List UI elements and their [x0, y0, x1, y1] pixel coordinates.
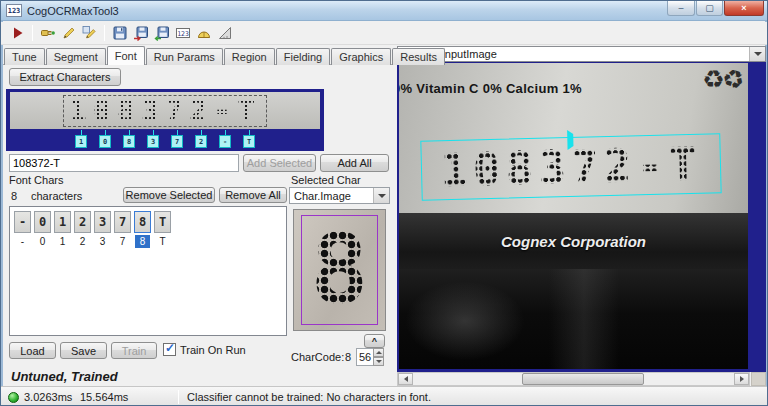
- status-message: Classifier cannot be trained: No charact…: [187, 391, 431, 403]
- tab-results[interactable]: Results: [392, 48, 445, 65]
- floppy-export-icon[interactable]: [151, 23, 172, 43]
- add-all-button[interactable]: Add All: [320, 154, 389, 172]
- window-controls: – ▢ ×: [666, 1, 764, 16]
- scrollbar-corner: [751, 372, 766, 386]
- edit-pencil-icon[interactable]: [58, 23, 79, 43]
- status-bar: 3.0263ms 15.564ms Classifier cannot be t…: [1, 386, 768, 406]
- segment-mark: -: [219, 130, 231, 148]
- angle-ruler-icon[interactable]: [214, 23, 235, 43]
- train-button[interactable]: Train: [111, 342, 157, 359]
- electrode-icon[interactable]: [37, 23, 58, 43]
- spinner-up-button[interactable]: [373, 348, 384, 357]
- scrollbar-track[interactable]: [413, 373, 734, 385]
- segment-mark: 8: [123, 130, 135, 148]
- app-window: 123 CogOCRMaxTool3 – ▢ ×: [0, 0, 768, 406]
- tab-region[interactable]: Region: [224, 48, 275, 65]
- recycle-icon: ♻♻: [702, 65, 744, 94]
- font-char-item[interactable]: --: [14, 211, 31, 248]
- charcode-label: CharCode:: [291, 351, 344, 363]
- close-button[interactable]: ×: [724, 1, 764, 16]
- region-direction-arrow-icon: [567, 134, 573, 146]
- font-chars-count: 8: [11, 190, 17, 202]
- app-icon: 123: [6, 4, 22, 17]
- image-source-selector[interactable]: Current.InputImage: [397, 46, 766, 62]
- segmentation-marks: 1 0 8 3 7 2 - T: [6, 130, 324, 148]
- floppy-save-icon[interactable]: [109, 23, 130, 43]
- font-char-item-selected[interactable]: 88: [134, 211, 151, 248]
- window-title: CogOCRMaxTool3: [27, 5, 119, 17]
- grid-123-icon[interactable]: 123: [172, 23, 193, 43]
- font-char-item[interactable]: 33: [94, 211, 111, 248]
- segment-mark: 7: [171, 130, 183, 148]
- charcode-char: 8: [345, 351, 351, 363]
- train-on-run-label: Train On Run: [180, 344, 246, 356]
- save-button[interactable]: Save: [60, 342, 107, 359]
- toolbar-separator: [32, 25, 33, 41]
- font-chars-title: Font Chars: [9, 174, 63, 186]
- image-viewport: 0% Vitamin C 0% Calcium 1% ♻♻ 108372-T C…: [397, 62, 766, 372]
- sign-dark-band: Cognex Corporation: [399, 213, 748, 269]
- main-toolbar: 123: [1, 22, 768, 45]
- tab-font[interactable]: Font: [107, 46, 145, 65]
- segment-mark: 0: [99, 130, 111, 148]
- selected-char-image: 8: [293, 209, 386, 331]
- title-bar[interactable]: 123 CogOCRMaxTool3 – ▢ ×: [1, 1, 768, 21]
- add-selected-button[interactable]: Add Selected: [243, 154, 316, 172]
- run-icon[interactable]: [7, 23, 28, 43]
- remove-all-button[interactable]: Remove All: [219, 187, 287, 203]
- char-image-selector[interactable]: Char.Image: [289, 187, 390, 204]
- font-char-item[interactable]: 22: [74, 211, 91, 248]
- segment-mark: 1: [75, 130, 87, 148]
- load-button[interactable]: Load: [9, 342, 56, 359]
- tab-tune[interactable]: Tune: [4, 48, 45, 65]
- font-char-list: -- 00 11 22 33 77 88 TT: [9, 206, 287, 336]
- segment-mark: 3: [147, 130, 159, 148]
- font-char-item[interactable]: 11: [54, 211, 71, 248]
- font-chars-count-label: characters: [31, 190, 82, 202]
- tab-run-params[interactable]: Run Params: [146, 48, 223, 65]
- charcode-value[interactable]: 56: [356, 348, 373, 366]
- background-scene: [399, 269, 748, 369]
- tab-fielding[interactable]: Fielding: [276, 48, 331, 65]
- maximize-button[interactable]: ▢: [696, 1, 723, 16]
- font-char-item[interactable]: 77: [114, 211, 131, 248]
- charcode-spinner: 56: [356, 348, 384, 366]
- tab-graphics[interactable]: Graphics: [331, 48, 391, 65]
- chevron-down-icon[interactable]: [749, 47, 765, 61]
- input-image: 0% Vitamin C 0% Calcium 1% ♻♻ 108372-T C…: [399, 63, 748, 369]
- tab-strip: Tune Segment Font Run Params Region Fiel…: [4, 46, 446, 65]
- edit-font-pencil-icon[interactable]: [79, 23, 100, 43]
- status-time-2: 15.564ms: [80, 391, 178, 403]
- status-divider: [178, 390, 179, 404]
- segment-mark: 2: [195, 130, 207, 148]
- font-char-item[interactable]: TT: [154, 211, 171, 248]
- status-green-icon: [8, 392, 19, 403]
- ocr-region-box[interactable]: 108372-T: [420, 133, 721, 200]
- collapse-panel-button[interactable]: ^: [364, 334, 385, 348]
- scroll-right-button[interactable]: [734, 373, 749, 385]
- chevron-down-icon[interactable]: [373, 188, 389, 203]
- extracted-string-input[interactable]: [9, 154, 239, 172]
- scrollbar-thumb[interactable]: [522, 373, 644, 385]
- segment-mark: T: [243, 130, 255, 148]
- horizontal-scrollbar: [397, 372, 750, 386]
- label-top-area: 0% Vitamin C 0% Calcium 1% ♻♻ 108372-T: [399, 63, 748, 213]
- selected-char-title: Selected Char: [291, 174, 361, 186]
- line-ocr-text: 108372-T: [63, 95, 268, 127]
- floppy-import-icon[interactable]: [130, 23, 151, 43]
- remove-selected-button[interactable]: Remove Selected: [123, 187, 215, 203]
- scroll-left-button[interactable]: [398, 373, 413, 385]
- svg-text:123: 123: [177, 30, 189, 38]
- font-char-item[interactable]: 00: [34, 211, 51, 248]
- toolbar-separator: [104, 25, 105, 41]
- spinner-down-button[interactable]: [373, 357, 384, 366]
- tool-result-text: Untuned, Trained: [11, 369, 118, 384]
- status-time-1: 3.0263ms: [24, 391, 80, 403]
- train-on-run-checkbox[interactable]: [163, 343, 176, 356]
- line-image: 108372-T: [10, 92, 320, 129]
- protractor-icon[interactable]: [193, 23, 214, 43]
- extract-characters-button[interactable]: Extract Characters: [9, 68, 121, 86]
- minimize-button[interactable]: –: [667, 1, 695, 16]
- nutrition-text: 0% Vitamin C 0% Calcium 1%: [399, 81, 582, 96]
- tab-segment[interactable]: Segment: [46, 48, 106, 65]
